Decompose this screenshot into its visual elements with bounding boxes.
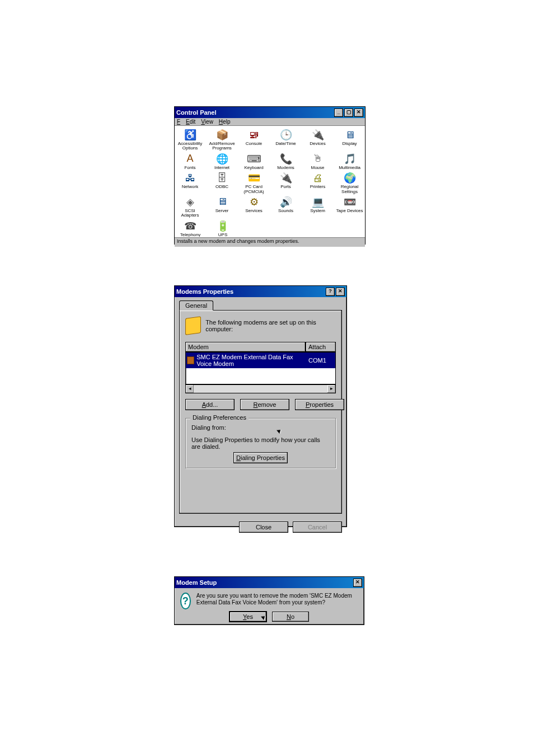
modem-row-icon (187, 356, 194, 364)
cp-item-label: Devices (310, 142, 325, 146)
cp-item-system[interactable]: 💻System (303, 195, 332, 218)
cp-item-icon: 🕒 (279, 128, 293, 142)
cp-item-icon: ♿ (184, 128, 197, 142)
cp-item-network[interactable]: 🖧Network (176, 171, 204, 194)
menu-view[interactable]: View (201, 119, 213, 125)
close-button[interactable]: ✕ (354, 109, 363, 117)
scroll-right[interactable]: ▸ (327, 385, 335, 393)
cp-item-keyboard[interactable]: ⌨Keyboard (240, 152, 268, 170)
cp-item-icon: 🖥 (343, 128, 357, 142)
control-panel-title: Control Panel (176, 109, 217, 116)
dialing-preferences-legend: Dialing Preferences (190, 414, 249, 421)
cp-item-pc-card-pcmcia[interactable]: 💳PC Card (PCMCIA) (240, 171, 268, 194)
cp-item-icon: 🎵 (343, 152, 357, 166)
modem-setup-titlebar[interactable]: Modem Setup ✕ (175, 577, 364, 588)
cp-item-label: Network (182, 185, 198, 189)
cp-item-label: Sounds (278, 209, 293, 213)
cp-item-ports[interactable]: 🔌Ports (271, 171, 300, 194)
cp-item-multimedia[interactable]: 🎵Multimedia (335, 152, 364, 170)
cp-item-icon: ⚙ (247, 195, 261, 209)
menu-file[interactable]: F (177, 119, 180, 125)
cp-item-label: Telephony (180, 233, 200, 237)
cp-item-sounds[interactable]: 🔊Sounds (271, 195, 300, 218)
cp-item-devices[interactable]: 🔌Devices (303, 128, 332, 151)
cp-item-label: Fonts (184, 166, 195, 170)
dialing-properties-button[interactable]: Dialing Properties (233, 452, 288, 463)
no-button[interactable]: No (272, 612, 309, 622)
cp-item-label: PC Card (PCMCIA) (240, 185, 268, 194)
modem-row-selected[interactable]: SMC EZ Modem External Data Fax Voice Mod… (186, 353, 335, 368)
close-button[interactable]: ✕ (336, 288, 345, 296)
cp-item-accessibility-options[interactable]: ♿Accessibility Options (176, 128, 204, 151)
add-button[interactable]: Add... (185, 399, 235, 410)
tab-general[interactable]: General (179, 300, 213, 311)
maximize-button[interactable]: ▢ (344, 109, 353, 117)
cp-item-label: Modems (277, 166, 294, 170)
cp-item-label: Add/Remove Programs (208, 142, 236, 151)
cp-item-services[interactable]: ⚙Services (240, 195, 268, 218)
cp-item-icon: 🖥 (216, 195, 229, 209)
menu-help[interactable]: Help (219, 119, 231, 125)
cp-item-mouse[interactable]: 🖱Mouse (303, 152, 332, 170)
cp-item-odbc[interactable]: 🗄ODBC (208, 171, 236, 194)
modem-row-port: COM1 (306, 356, 335, 365)
cp-item-display[interactable]: 🖥Display (335, 128, 364, 151)
yes-button-label-rest: es (246, 613, 253, 620)
col-modem[interactable]: Modem (185, 342, 306, 352)
properties-button[interactable]: Properties (295, 399, 344, 410)
cp-item-ups[interactable]: 🔋UPS (208, 219, 237, 237)
cp-item-icon: 🔋 (216, 219, 229, 233)
yes-button[interactable]: Yes (229, 612, 266, 622)
scroll-left[interactable]: ◂ (186, 385, 194, 393)
cp-item-icon: 🖨 (311, 171, 325, 185)
modem-list-header: Modem Attach (185, 342, 336, 352)
cp-item-date-time[interactable]: 🕒Date/Time (271, 128, 300, 151)
cp-item-label: Services (245, 209, 263, 213)
cp-item-label: Tape Devices (336, 209, 363, 213)
minimize-button[interactable]: _ (334, 109, 343, 117)
cp-item-regional-settings[interactable]: 🌍Regional Settings (335, 171, 364, 194)
dialing-properties-label-rest: ialing Properties (241, 454, 285, 461)
close-button[interactable]: ✕ (353, 579, 362, 587)
cp-item-tape-devices[interactable]: 📼Tape Devices (335, 195, 364, 218)
cp-item-console[interactable]: 🖳Console (240, 128, 268, 151)
menubar: F Edit View Help (175, 118, 365, 126)
cancel-dialog-button: Cancel (293, 522, 342, 533)
cp-item-printers[interactable]: 🖨Printers (303, 171, 332, 194)
close-dialog-button[interactable]: Close (239, 522, 288, 533)
dialing-from-label: Dialing from: (191, 424, 330, 431)
remove-button[interactable]: Remove (240, 399, 289, 410)
cp-item-scsi-adapters[interactable]: ◈SCSI Adapters (176, 195, 204, 218)
cp-item-icon: 🌍 (343, 171, 357, 185)
cp-item-telephony[interactable]: ☎Telephony (176, 219, 205, 237)
help-button[interactable]: ? (326, 288, 335, 296)
modem-list[interactable]: SMC EZ Modem External Data Fax Voice Mod… (185, 352, 336, 384)
cp-item-label: Multimedia (339, 166, 360, 170)
cp-item-label: Internet (214, 166, 229, 170)
modem-setup-title: Modem Setup (176, 579, 217, 586)
modems-titlebar[interactable]: Modems Properties ? ✕ (175, 286, 346, 297)
cp-item-label: Console (246, 142, 262, 146)
cp-item-icon: 🖱 (311, 152, 325, 166)
modem-row-name: SMC EZ Modem External Data Fax Voice Mod… (196, 354, 305, 367)
cp-item-fonts[interactable]: AFonts (176, 152, 204, 170)
confirm-message: Are you sure you want to remove the mode… (196, 593, 358, 606)
cp-item-server[interactable]: 🖥Server (208, 195, 236, 218)
list-scrollbar[interactable]: ◂ ▸ (185, 384, 336, 393)
col-attached[interactable]: Attach (306, 342, 336, 352)
cp-item-icon: 💻 (311, 195, 325, 209)
cp-item-modems[interactable]: 📞Modems (271, 152, 300, 170)
cp-item-icon: ◈ (184, 195, 197, 209)
tab-pane: The following modems are set up on this … (179, 310, 342, 514)
cp-item-icon: 📞 (279, 152, 293, 166)
cp-item-add-remove-programs[interactable]: 📦Add/Remove Programs (208, 128, 236, 151)
control-panel-titlebar[interactable]: Control Panel _ ▢ ✕ (175, 107, 365, 118)
control-panel-window: Control Panel _ ▢ ✕ F Edit View Help ♿Ac… (174, 106, 366, 245)
cp-item-icon: ⌨ (247, 152, 261, 166)
scroll-track[interactable] (194, 385, 327, 393)
cp-item-internet[interactable]: 🌐Internet (208, 152, 236, 170)
cp-item-icon: 🔌 (311, 128, 325, 142)
menu-edit[interactable]: Edit (186, 119, 195, 125)
cp-item-icon: 📦 (216, 128, 229, 142)
intro-text: The following modems are set up on this … (205, 319, 336, 332)
